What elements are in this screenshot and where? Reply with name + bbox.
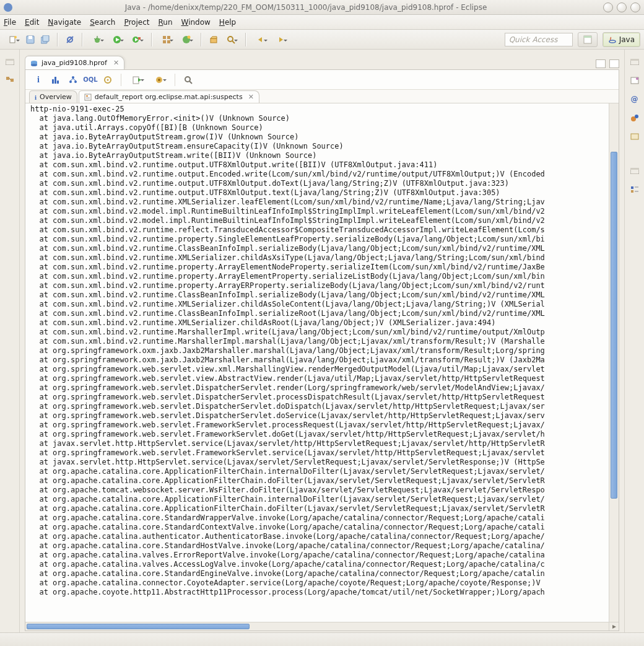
svg-point-44 [69,81,72,83]
package-explorer-icon[interactable] [4,74,16,87]
svg-rect-41 [54,77,56,84]
left-trim [0,50,20,632]
svg-rect-3 [28,36,32,39]
svg-point-62 [636,77,638,80]
window-close-button[interactable] [630,2,640,12]
svg-marker-49 [138,78,141,82]
find-icon[interactable] [181,73,195,87]
navigator-icon[interactable] [629,130,641,142]
svg-rect-17 [163,36,166,39]
svg-rect-19 [163,40,166,43]
run-last-button[interactable] [128,33,146,46]
run-button[interactable] [108,33,126,46]
svg-marker-58 [612,625,616,629]
menu-help[interactable]: Help [219,18,236,27]
thread-overview-icon[interactable] [101,73,115,87]
svg-line-36 [9,78,11,80]
quick-access-input[interactable]: Quick Access [505,33,573,46]
histogram-icon[interactable] [49,73,63,87]
restore-view-icon[interactable] [629,56,641,68]
stack-trace-text[interactable]: http-nio-9191-exec-25 at java.lang.OutOf… [25,103,609,622]
menu-window[interactable]: Window [181,18,211,27]
menu-bar: File Edit Navigate Search Project Run Wi… [0,15,644,30]
close-icon[interactable]: ✕ [113,59,119,67]
scroll-right-arrow[interactable] [609,622,619,631]
right-trim: @ [624,50,644,632]
new-package-button[interactable] [157,33,176,46]
outline-icon[interactable] [629,183,641,196]
subtab-overview[interactable]: i Overview [29,90,77,103]
horizontal-scroll-thumb[interactable] [27,624,250,629]
svg-rect-48 [133,77,139,84]
heap-icon[interactable] [629,111,641,124]
outline-at-icon[interactable]: @ [629,93,641,105]
debug-button[interactable] [88,33,107,46]
subtab-default-report[interactable]: default_report org.eclipse.mat.api:suspe… [79,90,259,103]
new-button[interactable] [4,33,22,46]
task-list-icon[interactable] [629,74,641,87]
subtab-report-label: default_report org.eclipse.mat.api:suspe… [95,93,243,101]
info-icon: i [35,94,37,101]
close-icon[interactable]: ✕ [248,93,254,101]
perspective-java-label: Java [619,35,635,44]
horizontal-scrollbar[interactable] [25,622,609,631]
vertical-scroll-thumb[interactable] [611,152,617,499]
svg-point-22 [188,35,191,38]
perspective-java[interactable]: Java [603,32,640,47]
subtab-overview-label: Overview [40,93,72,101]
svg-rect-42 [57,81,59,84]
window-titlebar: Java - /home/denixx/temp/220_FM_OOM/1503… [0,0,644,15]
vertical-scrollbar[interactable] [609,103,619,622]
svg-rect-60 [630,59,639,61]
dominator-tree-icon[interactable] [66,73,80,87]
java-icon [608,35,617,44]
menu-navigate[interactable]: Navigate [48,18,81,27]
skip-breakpoints-button[interactable] [63,33,77,46]
svg-rect-57 [86,98,90,99]
svg-marker-24 [211,37,217,38]
status-bar [0,632,644,646]
search-button[interactable] [222,33,240,46]
svg-marker-28 [279,37,283,42]
open-type-button[interactable] [207,33,220,46]
window-maximize-button[interactable] [617,2,627,12]
app-icon [4,3,12,12]
svg-rect-71 [635,191,638,192]
menu-edit[interactable]: Edit [25,18,39,27]
window-minimize-button[interactable] [603,2,613,12]
query-browser-icon[interactable] [150,73,168,87]
mat-subtabs: i Overview default_report org.eclipse.ma… [25,90,619,103]
menu-file[interactable]: File [4,18,16,27]
nav-back-button[interactable] [251,33,270,46]
svg-rect-35 [11,79,14,82]
svg-rect-68 [631,186,633,189]
quick-access-placeholder: Quick Access [509,35,558,44]
menu-search[interactable]: Search [90,18,115,27]
new-type-button[interactable] [177,33,196,46]
svg-rect-5 [43,35,49,41]
nav-forward-button[interactable] [271,33,290,46]
svg-rect-34 [6,77,9,80]
window-icon [583,35,592,44]
menu-project[interactable]: Project [124,18,149,27]
minimize-editor-button[interactable] [596,59,606,68]
svg-rect-33 [6,59,14,61]
toolbar-separator [57,33,58,46]
maximize-editor-button[interactable] [609,59,619,68]
restore-view-icon[interactable] [629,165,641,177]
run-report-icon[interactable] [128,73,146,87]
overview-icon[interactable]: i [32,73,45,87]
editor-area: java_pid9108.hprof ✕ i OQL [20,50,624,632]
menu-run[interactable]: Run [158,18,172,27]
svg-rect-18 [167,36,170,39]
save-button[interactable] [24,33,37,46]
restore-view-icon[interactable] [4,56,16,68]
svg-point-52 [185,77,190,82]
mat-separator [121,74,121,86]
oql-icon[interactable]: OQL [84,73,97,87]
mat-editor: i OQL [25,69,619,631]
editor-tabbar: java_pid9108.hprof ✕ [25,53,619,69]
save-all-button[interactable] [38,33,52,46]
editor-tab-hprof[interactable]: java_pid9108.hprof ✕ [25,56,124,69]
open-perspective-button[interactable] [578,32,598,47]
